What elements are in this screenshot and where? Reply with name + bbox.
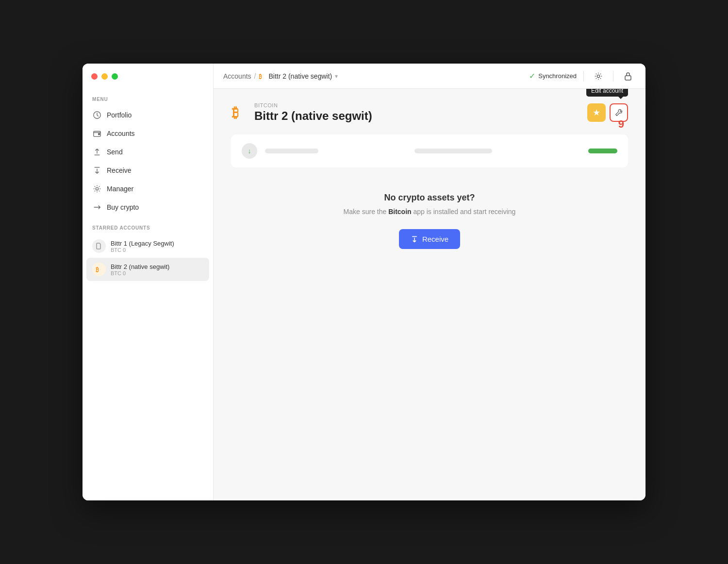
svg-point-3 xyxy=(96,187,98,190)
send-icon xyxy=(92,147,102,157)
wallet-icon xyxy=(92,129,102,138)
receive-circle-icon: ↓ xyxy=(242,143,257,159)
sync-status: ✓ Synchronized xyxy=(529,71,577,81)
btc-icon-breadcrumb: ₿ xyxy=(259,73,265,80)
divider2 xyxy=(613,71,613,82)
starred-accounts-label: STARRED ACCOUNTS xyxy=(83,216,213,234)
starred-accounts-list: Bittr 1 (Legacy Segwit) BTC 0 ₿ Bittr 2 … xyxy=(83,234,213,281)
account-name: Bittr 1 (Legacy Segwit) xyxy=(111,240,203,247)
starred-account-bittr2[interactable]: ₿ Bittr 2 (native segwit) BTC 0 xyxy=(86,258,209,281)
wrench-icon xyxy=(615,109,623,116)
menu-label: MENU xyxy=(83,89,213,106)
divider xyxy=(583,71,584,82)
chevron-down-icon: ▾ xyxy=(335,73,338,80)
empty-desc-suffix: app is installed and start receiving xyxy=(412,208,516,216)
svg-rect-7 xyxy=(625,76,631,80)
sidebar: MENU Portfolio xyxy=(83,64,214,500)
sidebar-item-manager[interactable]: Manager xyxy=(86,180,209,198)
btc-icon-large: ₿ xyxy=(231,104,248,121)
starred-account-bittr1[interactable]: Bittr 1 (Legacy Segwit) BTC 0 xyxy=(86,234,209,258)
account-icon-bittr1 xyxy=(92,239,106,253)
skeleton-bar-2 xyxy=(414,149,492,153)
skeleton-row: ↓ xyxy=(242,143,617,159)
page-subtitle: BITCOIN xyxy=(254,102,372,108)
check-icon: ✓ xyxy=(529,71,535,81)
minimize-button[interactable] xyxy=(101,73,108,80)
svg-text:₿: ₿ xyxy=(96,266,99,273)
gear-icon xyxy=(594,72,603,81)
account-balance: BTC 0 xyxy=(111,247,203,253)
empty-state-description: Make sure the Bitcoin app is installed a… xyxy=(241,208,618,216)
sidebar-item-send[interactable]: Send xyxy=(86,143,209,161)
star-button[interactable]: ★ xyxy=(587,103,606,122)
account-balance: BTC 0 xyxy=(111,270,203,276)
receive-icon-btn xyxy=(411,235,418,243)
maximize-button[interactable] xyxy=(112,73,118,80)
skeleton-bar-1 xyxy=(265,149,318,153)
lock-icon xyxy=(624,72,632,81)
breadcrumb-current[interactable]: ₿ Bittr 2 (native segwit) ▾ xyxy=(259,72,338,80)
page-content: ₿ BITCOIN Bittr 2 (native segwit) Edit a… xyxy=(214,89,645,500)
lock-button[interactable] xyxy=(620,68,636,84)
svg-text:₿: ₿ xyxy=(232,105,239,120)
svg-text:₿: ₿ xyxy=(259,73,262,80)
close-button[interactable] xyxy=(91,73,98,80)
account-name: Bittr 2 (native segwit) xyxy=(111,263,203,270)
breadcrumb: Accounts / ₿ Bittr 2 (native segwit) ▾ xyxy=(223,72,529,80)
header-buttons: Edit account ★ 9 xyxy=(587,103,628,122)
sidebar-item-label: Buy crypto xyxy=(107,203,139,211)
page-title: Bittr 2 (native segwit) xyxy=(254,109,372,123)
sidebar-item-label: Manager xyxy=(107,185,133,193)
sidebar-item-label: Send xyxy=(107,148,123,156)
empty-desc-bold: Bitcoin xyxy=(388,208,411,216)
breadcrumb-separator: / xyxy=(254,72,256,80)
topbar: Accounts / ₿ Bittr 2 (native segwit) ▾ ✓… xyxy=(214,64,645,89)
edit-tooltip: Edit account xyxy=(586,89,628,97)
account-icon-bittr2: ₿ xyxy=(92,263,106,276)
empty-desc-prefix: Make sure the xyxy=(344,208,389,216)
empty-state: No crypto assets yet? Make sure the Bitc… xyxy=(231,173,628,268)
settings-button[interactable] xyxy=(591,68,606,84)
sidebar-item-buy-crypto[interactable]: Buy crypto xyxy=(86,198,209,216)
svg-point-6 xyxy=(597,75,599,77)
sidebar-item-label: Portfolio xyxy=(107,111,132,119)
page-title-text: BITCOIN Bittr 2 (native segwit) xyxy=(254,102,372,123)
page-title-area: ₿ BITCOIN Bittr 2 (native segwit) xyxy=(231,102,372,123)
page-header: ₿ BITCOIN Bittr 2 (native segwit) Edit a… xyxy=(231,102,628,123)
clock-icon xyxy=(92,110,102,120)
titlebar xyxy=(83,64,213,89)
app-window: MENU Portfolio xyxy=(83,64,645,500)
sidebar-item-label: Accounts xyxy=(107,130,135,137)
sidebar-item-accounts[interactable]: Accounts xyxy=(86,124,209,143)
svg-rect-2 xyxy=(99,133,100,135)
annotation-number: 9 xyxy=(618,118,624,131)
breadcrumb-parent[interactable]: Accounts xyxy=(223,72,251,80)
receive-button[interactable]: Receive xyxy=(399,229,460,249)
topbar-actions: ✓ Synchronized xyxy=(529,68,636,84)
down-arrow-icon: ↓ xyxy=(248,147,251,155)
buy-icon xyxy=(92,202,102,212)
sidebar-item-receive[interactable]: Receive xyxy=(86,161,209,180)
main-content: Accounts / ₿ Bittr 2 (native segwit) ▾ ✓… xyxy=(214,64,645,500)
empty-state-title: No crypto assets yet? xyxy=(241,193,618,203)
sidebar-item-label: Receive xyxy=(107,166,132,174)
transactions-skeleton: ↓ xyxy=(231,134,628,167)
manager-icon xyxy=(92,184,102,194)
nav-list: Portfolio Accounts xyxy=(83,106,213,216)
sidebar-item-portfolio[interactable]: Portfolio xyxy=(86,106,209,124)
account-details-bittr2: Bittr 2 (native segwit) BTC 0 xyxy=(111,263,203,276)
skeleton-bar-3 xyxy=(588,149,617,153)
receive-icon xyxy=(92,166,102,175)
account-details-bittr1: Bittr 1 (Legacy Segwit) BTC 0 xyxy=(111,240,203,253)
